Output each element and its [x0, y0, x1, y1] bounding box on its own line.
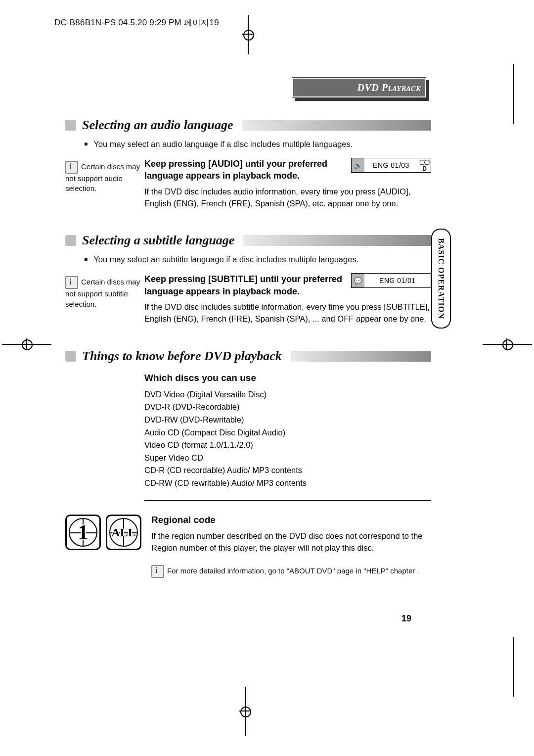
heading-bullet-icon — [65, 351, 76, 362]
registration-mark-bottom — [239, 687, 251, 736]
crop-rule-bottom — [513, 637, 514, 697]
osd-audio-text: ENG 01/03 — [364, 161, 418, 169]
crop-rule-top — [513, 64, 514, 124]
disc-list: DVD Video (Digital Versatile Disc) DVD-R… — [144, 388, 431, 490]
sidenote-subtitle: Certain discs may not support subtitle s… — [65, 273, 144, 325]
speaker-icon: 🔊 — [352, 158, 364, 172]
list-item: CD-R (CD recordable) Audio/ MP3 contents — [144, 464, 431, 477]
heading-things-to-know: Things to know before DVD playback — [82, 349, 288, 364]
list-item: DVD-R (DVD-Recordable) — [144, 401, 431, 414]
dolby-icon: ▢▢ D — [418, 158, 431, 172]
list-item: CD-RW (CD rewritable) Audio/ MP3 content… — [144, 477, 431, 490]
subtitle-icon: 💬 — [352, 274, 364, 287]
heading-audio-language: Selecting an audio language — [82, 118, 239, 133]
info-icon — [65, 161, 78, 174]
page-number: 19 — [401, 614, 411, 624]
footnote-text: For more detailed information, go to "AB… — [167, 567, 419, 575]
intro-bullet: You may select an audio language if a di… — [84, 140, 431, 149]
subheading-which-discs: Which discs you can use — [144, 373, 431, 383]
empty-sidenote — [65, 373, 144, 512]
subheading-regional-code: Regional code — [151, 515, 431, 525]
info-icon — [65, 276, 78, 289]
print-header: DC-B86B1N-PS 04.5.20 9:29 PM 페이지19 — [54, 17, 219, 28]
osd-audio-indicator: 🔊 ENG 01/03 ▢▢ D — [351, 158, 431, 173]
region-1-icon: 1 — [65, 515, 101, 550]
region-all-icon: ALL — [106, 515, 141, 550]
side-tab-label: BASIC OPERATION — [437, 238, 445, 319]
section-header-box: DVD Playback — [292, 77, 426, 98]
osd-subtitle-indicator: 💬 ENG 01/01 — [351, 273, 431, 288]
para-regional-code: If the region number described on the DV… — [151, 530, 431, 554]
para-subtitle: If the DVD disc includes subtitle inform… — [144, 301, 431, 325]
divider — [144, 500, 431, 501]
heading-bullet-icon — [65, 235, 76, 246]
heading-row: Selecting a subtitle language — [65, 233, 431, 248]
sidenote-audio: Certain discs may not support audio sele… — [65, 158, 144, 209]
osd-subtitle-text: ENG 01/01 — [364, 277, 431, 284]
heading-bullet-icon — [65, 120, 76, 131]
registration-mark-top — [242, 15, 254, 54]
list-item: Super Video CD — [144, 452, 431, 465]
info-icon — [151, 565, 164, 578]
region-all-label: ALL — [111, 526, 135, 539]
heading-row: Things to know before DVD playback — [65, 349, 431, 364]
heading-row: Selecting an audio language — [65, 118, 431, 133]
intro-bullet: You may select an subtitle language if a… — [84, 255, 431, 264]
heading-gradient-bar — [291, 351, 431, 362]
list-item: DVD-RW (DVD-Rewritable) — [144, 414, 431, 426]
heading-gradient-bar — [242, 120, 431, 131]
section-header-text: DVD Playback — [357, 82, 421, 94]
registration-mark-right — [483, 338, 532, 350]
list-item: DVD Video (Digital Versatile Disc) — [144, 388, 431, 401]
footnote-help: For more detailed information, go to "AB… — [151, 565, 431, 578]
region-1-label: 1 — [78, 520, 89, 544]
region-icons: 1 ALL — [65, 515, 141, 550]
page-content: Selecting an audio language You may sele… — [65, 114, 431, 578]
registration-mark-left — [2, 338, 51, 350]
para-audio: If the DVD disc includes audio informati… — [144, 186, 431, 210]
heading-gradient-bar — [243, 235, 431, 246]
list-item: Video CD (format 1.0/1.1./2.0) — [144, 439, 431, 452]
list-item: Audio CD (Compact Disc Digital Audio) — [144, 426, 431, 439]
heading-subtitle-language: Selecting a subtitle language — [82, 233, 240, 248]
side-tab: BASIC OPERATION — [431, 229, 451, 329]
